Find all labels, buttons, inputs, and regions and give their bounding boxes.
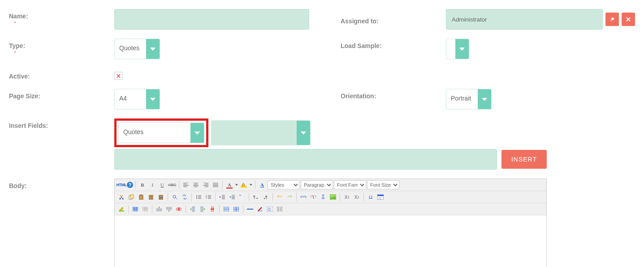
load-sample-label: Load Sample: [341, 39, 446, 49]
align-justify-button[interactable] [211, 180, 220, 189]
find-button[interactable] [170, 193, 179, 201]
bullet-list-button[interactable] [194, 193, 203, 201]
page-size-select[interactable]: A4 [114, 89, 160, 109]
insert-button[interactable]: INSERT [501, 150, 547, 169]
assigned-pin-button[interactable] [605, 13, 619, 26]
insert-fields-module-select[interactable]: Quotes [118, 123, 204, 143]
date-button[interactable] [376, 193, 385, 201]
insert-fields-field-value [212, 121, 297, 145]
insert-field-value-input[interactable] [114, 149, 497, 170]
remove-format-button[interactable] [255, 205, 264, 214]
merge-cells-button[interactable] [222, 205, 231, 214]
align-left-button[interactable] [182, 180, 190, 189]
svg-rect-36 [247, 209, 253, 210]
edit-icon[interactable] [117, 205, 126, 214]
outdent-button[interactable] [218, 193, 227, 201]
replace-button[interactable] [180, 193, 189, 201]
styles-select[interactable]: Styles [268, 180, 300, 189]
svg-rect-6 [140, 194, 142, 196]
insert-fields-module-value: Quotes [119, 123, 190, 143]
text-color-dropdown-icon[interactable] [235, 180, 238, 189]
align-center-button[interactable] [191, 180, 200, 189]
select-all-button[interactable]: A [258, 180, 267, 189]
strikethrough-button[interactable]: ABC [168, 180, 177, 189]
name-label: Name: [9, 9, 114, 20]
editor-content-area[interactable] [115, 215, 546, 267]
col-before-button[interactable] [188, 205, 197, 214]
assigned-to-input[interactable] [446, 9, 603, 30]
svg-point-12 [196, 195, 197, 196]
col-delete-button[interactable] [208, 205, 217, 214]
svg-text:¶: ¶ [253, 195, 255, 199]
ltr-button[interactable]: ¶ [251, 193, 260, 201]
insert-fields-highlight: Quotes [114, 118, 208, 147]
blockquote-button[interactable]: " [238, 193, 246, 201]
align-right-button[interactable] [201, 180, 210, 189]
link-button[interactable] [299, 193, 308, 201]
special-char-button[interactable]: Ω [366, 193, 375, 201]
cut-button[interactable] [117, 193, 126, 201]
name-input[interactable] [114, 9, 309, 30]
load-sample-select[interactable] [446, 39, 469, 59]
help-icon[interactable]: ? [127, 182, 133, 188]
image-button[interactable] [328, 193, 337, 201]
svg-rect-0 [241, 186, 247, 188]
undo-button[interactable] [275, 193, 284, 201]
subscript-button[interactable]: X2 [342, 193, 351, 201]
bold-button[interactable]: B [138, 180, 147, 189]
number-list-button[interactable]: 12 [204, 193, 213, 201]
html-source-button[interactable]: HTML [117, 180, 126, 189]
show-blocks-button[interactable]: ◫ [265, 205, 274, 214]
superscript-button[interactable]: X2 [352, 193, 361, 201]
active-checkbox[interactable]: ✕ [114, 72, 122, 80]
orientation-label: Orientation: [341, 89, 446, 100]
chevron-down-icon [455, 39, 469, 59]
text-color-button[interactable]: A [225, 180, 234, 189]
svg-rect-26 [133, 207, 138, 211]
type-select-value: Quotes [115, 39, 146, 59]
italic-button[interactable]: I [148, 180, 157, 189]
split-cells-button[interactable] [232, 205, 241, 214]
orientation-select[interactable]: Portrait [446, 89, 492, 109]
font-family-select[interactable]: Font Family [334, 180, 366, 189]
close-icon [626, 17, 631, 22]
redo-button[interactable] [285, 193, 294, 201]
svg-rect-21 [330, 194, 336, 200]
svg-rect-24 [377, 195, 384, 196]
editor-toolbar-row-1: HTML ? B I U ABC A [115, 179, 546, 191]
table-button[interactable] [131, 205, 140, 214]
paste-button[interactable] [137, 193, 146, 201]
type-select[interactable]: Quotes [114, 39, 160, 59]
svg-rect-27 [143, 207, 148, 211]
font-size-select[interactable]: Font Size [367, 180, 399, 189]
fullscreen-button[interactable] [275, 205, 284, 214]
svg-rect-4 [130, 195, 134, 198]
row-delete-button[interactable] [174, 205, 183, 214]
insert-fields-field-select[interactable] [211, 120, 311, 145]
paragraph-select[interactable]: Paragraph [301, 180, 333, 189]
indent-button[interactable] [228, 193, 237, 201]
page-size-label: Page Size: [9, 89, 114, 100]
bg-color-button[interactable] [239, 180, 248, 189]
svg-rect-39 [277, 207, 282, 211]
col-after-button[interactable] [198, 205, 207, 214]
chevron-down-icon [478, 89, 491, 109]
copy-button[interactable] [127, 193, 136, 201]
underline-button[interactable]: U [158, 180, 167, 189]
bg-color-dropdown-icon[interactable] [249, 180, 253, 189]
anchor-button[interactable] [319, 193, 328, 201]
row-before-button[interactable] [155, 205, 164, 214]
svg-text:W: W [160, 196, 163, 199]
body-editor: HTML ? B I U ABC A [114, 179, 547, 267]
assigned-clear-button[interactable] [622, 13, 635, 26]
paste-text-button[interactable]: T [147, 193, 156, 201]
chevron-down-icon [297, 121, 310, 145]
assigned-to-label: Assigned to: [341, 14, 446, 25]
paste-word-button[interactable]: W [156, 193, 165, 201]
rtl-button[interactable]: ¶ [261, 193, 270, 201]
row-after-button[interactable] [164, 205, 173, 214]
hr-button[interactable] [246, 205, 255, 214]
table-props-button[interactable] [141, 205, 150, 214]
svg-rect-5 [139, 195, 143, 200]
unlink-button[interactable] [309, 193, 318, 201]
